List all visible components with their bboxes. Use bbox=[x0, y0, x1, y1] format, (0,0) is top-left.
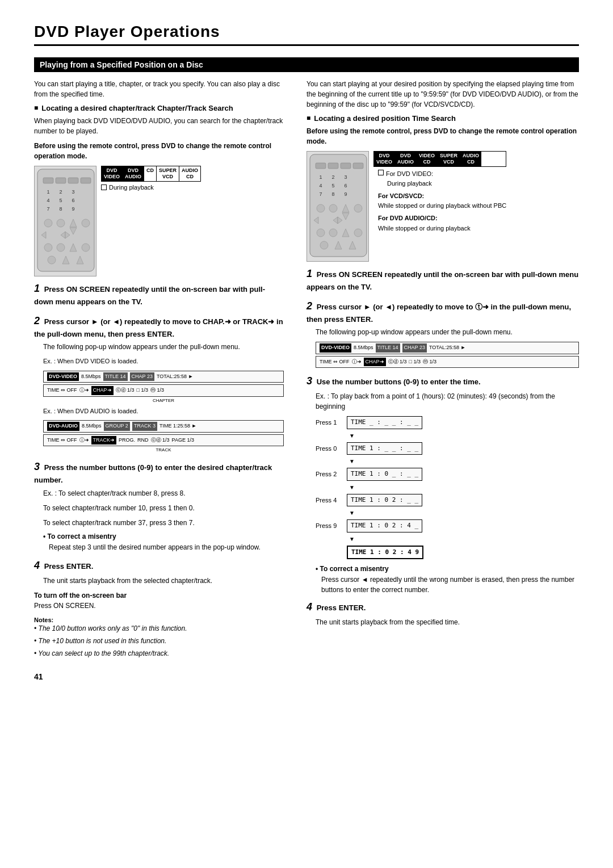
time-arrow-1: ▼ bbox=[316, 457, 579, 466]
mode-super-vcd: SUPERVCD bbox=[157, 166, 179, 181]
right-subsection-title: Locating a desired position Time Search bbox=[306, 114, 579, 123]
left-subsection-title: Locating a desired chapter/track Chapter… bbox=[34, 104, 284, 112]
time-row-3: Press 4 TIME 1 : 0 2 : _ _ bbox=[316, 494, 579, 507]
right-remote-image: 1 2 3 4 5 6 7 8 9 bbox=[306, 151, 369, 262]
left-step2-body: The following pop-up window appears unde… bbox=[43, 342, 284, 454]
left-playback-label: During playback bbox=[101, 184, 201, 191]
left-remote-area: 1 2 3 4 5 6 7 8 9 bbox=[34, 166, 284, 276]
svg-rect-33 bbox=[353, 163, 363, 169]
svg-text:1: 1 bbox=[47, 189, 49, 195]
right-column: You can start playing at your desired po… bbox=[306, 79, 579, 661]
note-3: You can select up to the 99th chapter/tr… bbox=[34, 648, 284, 659]
right-step4: 4 Press ENTER. The unit starts playback … bbox=[306, 599, 579, 627]
svg-text:7: 7 bbox=[319, 191, 322, 197]
svg-point-14 bbox=[44, 219, 52, 227]
note-2: The +10 button is not used in this funct… bbox=[34, 636, 284, 646]
right-step4-body: The unit starts playback from the specif… bbox=[316, 617, 579, 627]
mode-audio-cd: AUDIOCD bbox=[179, 166, 200, 181]
right-mode-video-cd: VIDEOCD bbox=[417, 152, 438, 166]
svg-text:4: 4 bbox=[47, 198, 49, 203]
svg-text:7: 7 bbox=[47, 206, 49, 212]
svg-point-44 bbox=[329, 204, 337, 212]
time-row-2: Press 2 TIME 1 : 0 _ : _ _ bbox=[316, 468, 579, 481]
svg-point-15 bbox=[57, 219, 65, 227]
page-number: 41 bbox=[34, 672, 579, 681]
left-intro: You can start playing a title, chapter, … bbox=[34, 79, 284, 99]
left-step2: 2 Press cursor ► (or ◄) repeatedly to mo… bbox=[34, 313, 284, 454]
svg-point-51 bbox=[317, 229, 325, 237]
mode-dvd-video: DVDVIDEO bbox=[102, 166, 123, 181]
svg-text:9: 9 bbox=[344, 191, 347, 197]
turn-off-section: To turn off the on-screen bar Press ON S… bbox=[34, 592, 284, 611]
right-step2-header: 2 Press cursor ► (or ◄) repeatedly to mo… bbox=[306, 299, 579, 325]
dvd-audio-time-bar: TIME ⇔ OFF ⓘ➜ TRACK➜ PROG. RND ⓒⓓ 1/3 PA… bbox=[43, 434, 284, 447]
time-row-final: TIME 1 : 0 2 : 4 9 bbox=[316, 546, 579, 560]
time-display-area: Press 1 TIME _ : _ _ : _ _ ▼ Press 0 TIM… bbox=[316, 416, 579, 559]
svg-point-23 bbox=[57, 244, 65, 251]
time-row-0: Press 1 TIME _ : _ _ : _ _ bbox=[316, 416, 579, 429]
svg-text:1: 1 bbox=[319, 174, 322, 180]
svg-text:8: 8 bbox=[59, 206, 62, 212]
time-arrow-0: ▼ bbox=[316, 431, 579, 440]
left-correction-body: Repeat step 3 until the desired number a… bbox=[49, 542, 284, 552]
info-dvd-audio: For DVD AUDIO/CD: While stopped or durin… bbox=[378, 213, 506, 233]
left-step3: 3 Press the number buttons (0‑9) to ente… bbox=[34, 459, 284, 552]
left-mode-bar: DVDVIDEO DVDAUDIO CD SUPERVCD AUDIOCD bbox=[101, 166, 201, 182]
left-mode-labels: DVDVIDEO DVDAUDIO CD SUPERVCD AUDIOCD Du… bbox=[101, 166, 201, 191]
chapter-label: CHAPTER bbox=[43, 397, 284, 404]
left-body1: When playing back DVD VIDEO/DVD AUDIO, y… bbox=[34, 116, 284, 136]
section-header: Playing from a Specified Position on a D… bbox=[34, 57, 579, 72]
svg-point-22 bbox=[44, 244, 52, 251]
svg-rect-2 bbox=[56, 178, 66, 183]
svg-rect-32 bbox=[341, 163, 351, 169]
svg-point-26 bbox=[48, 256, 56, 264]
left-step3-header: 3 Press the number buttons (0‑9) to ente… bbox=[34, 459, 284, 486]
svg-rect-30 bbox=[316, 163, 326, 169]
svg-text:3: 3 bbox=[72, 189, 74, 195]
left-step4-body: The unit starts playback from the select… bbox=[43, 576, 284, 586]
right-step3-header: 3 Use the number buttons (0‑9) to enter … bbox=[306, 374, 579, 389]
right-intro: You can start playing at your desired po… bbox=[306, 79, 579, 110]
left-column: You can start playing a title, chapter, … bbox=[34, 79, 284, 661]
turn-off-title: To turn off the on-screen bar bbox=[34, 592, 284, 599]
svg-text:2: 2 bbox=[331, 174, 334, 180]
svg-text:2: 2 bbox=[59, 189, 62, 195]
svg-point-55 bbox=[320, 241, 328, 249]
right-step1: 1 Press ON SCREEN repeatedly until the o… bbox=[306, 266, 579, 293]
right-remote-note: Before using the remote control, press D… bbox=[306, 126, 579, 146]
svg-text:6: 6 bbox=[72, 198, 74, 203]
time-row-4: Press 9 TIME 1 : 0 2 : 4 _ bbox=[316, 519, 579, 532]
right-step2-body: The following pop-up window appears unde… bbox=[316, 327, 579, 368]
svg-rect-1 bbox=[43, 178, 53, 183]
left-step1-header: 1 Press ON SCREEN repeatedly until the o… bbox=[34, 281, 284, 308]
page-title: DVD Player Operations bbox=[34, 23, 579, 46]
svg-point-25 bbox=[82, 244, 90, 251]
left-step4: 4 Press ENTER. The unit starts playback … bbox=[34, 558, 284, 586]
svg-point-43 bbox=[317, 204, 325, 212]
right-correction-body: Press cursor ◄ repeatedly until the wron… bbox=[321, 575, 579, 595]
right-step2: 2 Press cursor ► (or ◄) repeatedly to mo… bbox=[306, 299, 579, 368]
svg-rect-31 bbox=[328, 163, 338, 169]
right-correction-section: To correct a misentry Press cursor ◄ rep… bbox=[316, 565, 579, 595]
svg-point-54 bbox=[354, 229, 362, 237]
left-remote-image: 1 2 3 4 5 6 7 8 9 bbox=[34, 166, 96, 276]
right-step3-body: Ex. : To play back from a point of 1 (ho… bbox=[316, 391, 579, 559]
dvd-video-status-bar: DVD-VIDEO 8.5Mbps TITLE 14 CHAP 23 TOTAL… bbox=[43, 371, 284, 383]
left-remote-note: Before using the remote control, press D… bbox=[34, 141, 284, 161]
svg-point-52 bbox=[329, 229, 337, 237]
checkbox-during-playback bbox=[101, 184, 107, 190]
left-step3-body: Ex. : To select chapter/track number 8, … bbox=[43, 488, 284, 528]
right-correction-title: To correct a misentry bbox=[316, 565, 579, 573]
info-dvd-video: For DVD VIDEO: During playback bbox=[378, 169, 506, 189]
right-mode-dvd-video: DVDVIDEO bbox=[374, 152, 395, 166]
mode-cd: CD bbox=[144, 166, 157, 181]
left-step1: 1 Press ON SCREEN repeatedly until the o… bbox=[34, 281, 284, 308]
right-mode-labels: DVDVIDEO DVDAUDIO VIDEOCD SUPERVCD AUDIO… bbox=[373, 151, 506, 236]
track-label: TRACK bbox=[43, 447, 284, 454]
right-step1-header: 1 Press ON SCREEN repeatedly until the o… bbox=[306, 266, 579, 293]
info-vcd: For VCD/SVCD: While stopped or during pl… bbox=[378, 191, 506, 211]
left-notes: Notes: The 10/0 button works only as "0"… bbox=[34, 617, 284, 659]
dvd-video-time-bar: TIME ⇔ OFF ⓘ➜ CHAP➜ ⓒⓓ 1/3 □ 1/3 ⓜ 1/3 bbox=[43, 384, 284, 397]
right-step4-header: 4 Press ENTER. bbox=[306, 599, 579, 615]
right-mode-bar: DVDVIDEO DVDAUDIO VIDEOCD SUPERVCD AUDIO… bbox=[373, 151, 506, 167]
